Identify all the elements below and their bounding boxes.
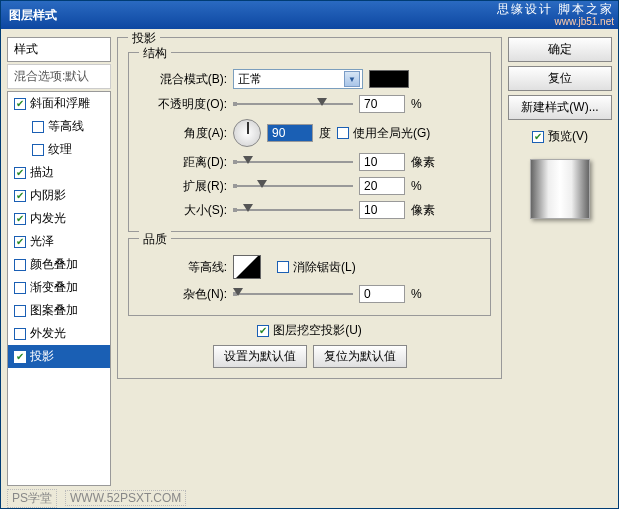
footer-url: WWW.52PSXT.COM xyxy=(65,490,186,506)
spread-label: 扩展(R): xyxy=(137,178,227,195)
sidebar-item[interactable]: 内阴影 xyxy=(8,184,110,207)
angle-row: 角度(A): 90 度 使用全局光(G) xyxy=(137,119,482,147)
checkbox-icon xyxy=(14,259,26,271)
sidebar-item-label: 渐变叠加 xyxy=(30,279,78,296)
size-slider[interactable] xyxy=(233,209,353,211)
new-style-button[interactable]: 新建样式(W)... xyxy=(508,95,612,120)
checkbox-icon xyxy=(14,305,26,317)
structure-group: 结构 混合模式(B): 正常 ▼ 不透明度(O): 70 % xyxy=(128,52,491,232)
sidebar-item-label: 外发光 xyxy=(30,325,66,342)
checkbox-icon xyxy=(14,190,26,202)
footer-brand: PS学堂 xyxy=(7,489,57,508)
sidebar-item[interactable]: 颜色叠加 xyxy=(8,253,110,276)
checkbox-icon xyxy=(532,131,544,143)
global-light-checkbox[interactable]: 使用全局光(G) xyxy=(337,125,430,142)
quality-group: 品质 等高线: 消除锯齿(L) 杂色(N): 0 xyxy=(128,238,491,316)
sidebar-item[interactable]: 内发光 xyxy=(8,207,110,230)
sidebar-item-label: 投影 xyxy=(30,348,54,365)
sidebar-item[interactable]: 斜面和浮雕 xyxy=(8,92,110,115)
sidebar-header[interactable]: 样式 xyxy=(7,37,111,62)
sidebar-item[interactable]: 外发光 xyxy=(8,322,110,345)
set-default-button[interactable]: 设置为默认值 xyxy=(213,345,307,368)
noise-label: 杂色(N): xyxy=(137,286,227,303)
sidebar-item[interactable]: 等高线 xyxy=(8,115,110,138)
preview-thumbnail xyxy=(530,159,590,219)
checkbox-icon xyxy=(14,351,26,363)
sidebar-item[interactable]: 光泽 xyxy=(8,230,110,253)
noise-row: 杂色(N): 0 % xyxy=(137,285,482,303)
sidebar-item-label: 纹理 xyxy=(48,141,72,158)
distance-row: 距离(D): 10 像素 xyxy=(137,153,482,171)
checkbox-icon xyxy=(14,328,26,340)
right-panel: 确定 复位 新建样式(W)... 预览(V) xyxy=(508,37,612,486)
distance-input[interactable]: 10 xyxy=(359,153,405,171)
sidebar-item[interactable]: 渐变叠加 xyxy=(8,276,110,299)
checkbox-icon xyxy=(14,167,26,179)
spread-input[interactable]: 20 xyxy=(359,177,405,195)
sidebar-item-label: 斜面和浮雕 xyxy=(30,95,90,112)
sidebar: 样式 混合选项:默认 斜面和浮雕等高线纹理描边内阴影内发光光泽颜色叠加渐变叠加图… xyxy=(7,37,111,486)
knockout-checkbox[interactable]: 图层挖空投影(U) xyxy=(257,322,362,339)
cancel-button[interactable]: 复位 xyxy=(508,66,612,91)
opacity-label: 不透明度(O): xyxy=(137,96,227,113)
sidebar-item-label: 描边 xyxy=(30,164,54,181)
footer: PS学堂 WWW.52PSXT.COM xyxy=(1,488,618,508)
size-row: 大小(S): 10 像素 xyxy=(137,201,482,219)
opacity-slider[interactable] xyxy=(233,103,353,105)
reset-default-button[interactable]: 复位为默认值 xyxy=(313,345,407,368)
opacity-row: 不透明度(O): 70 % xyxy=(137,95,482,113)
checkbox-icon xyxy=(14,213,26,225)
dialog-window: 图层样式 思缘设计 脚本之家 www.jb51.net 样式 混合选项:默认 斜… xyxy=(0,0,619,509)
sidebar-item-label: 颜色叠加 xyxy=(30,256,78,273)
sidebar-item[interactable]: 描边 xyxy=(8,161,110,184)
checkbox-icon xyxy=(14,98,26,110)
sidebar-item-label: 图案叠加 xyxy=(30,302,78,319)
spread-slider[interactable] xyxy=(233,185,353,187)
checkbox-icon xyxy=(14,236,26,248)
angle-label: 角度(A): xyxy=(137,125,227,142)
structure-title: 结构 xyxy=(139,45,171,62)
noise-input[interactable]: 0 xyxy=(359,285,405,303)
titlebar: 图层样式 思缘设计 脚本之家 www.jb51.net xyxy=(1,1,618,29)
titlebar-brand: 思缘设计 脚本之家 www.jb51.net xyxy=(497,3,614,27)
preview-checkbox[interactable]: 预览(V) xyxy=(508,128,612,145)
angle-dial[interactable] xyxy=(233,119,261,147)
blend-mode-row: 混合模式(B): 正常 ▼ xyxy=(137,69,482,89)
sidebar-item[interactable]: 纹理 xyxy=(8,138,110,161)
ok-button[interactable]: 确定 xyxy=(508,37,612,62)
noise-slider[interactable] xyxy=(233,293,353,295)
sidebar-list: 斜面和浮雕等高线纹理描边内阴影内发光光泽颜色叠加渐变叠加图案叠加外发光投影 xyxy=(7,91,111,486)
sidebar-subheader[interactable]: 混合选项:默认 xyxy=(7,64,111,89)
contour-swatch[interactable] xyxy=(233,255,261,279)
sidebar-item-label: 内发光 xyxy=(30,210,66,227)
content: 样式 混合选项:默认 斜面和浮雕等高线纹理描边内阴影内发光光泽颜色叠加渐变叠加图… xyxy=(1,29,618,488)
checkbox-icon xyxy=(257,325,269,337)
sidebar-item[interactable]: 投影 xyxy=(8,345,110,368)
size-label: 大小(S): xyxy=(137,202,227,219)
main-panel: 投影 结构 混合模式(B): 正常 ▼ 不透明度(O): xyxy=(117,37,502,486)
opacity-input[interactable]: 70 xyxy=(359,95,405,113)
checkbox-icon xyxy=(32,144,44,156)
knockout-row: 图层挖空投影(U) xyxy=(128,322,491,339)
distance-slider[interactable] xyxy=(233,161,353,163)
spread-row: 扩展(R): 20 % xyxy=(137,177,482,195)
quality-title: 品质 xyxy=(139,231,171,248)
blend-mode-label: 混合模式(B): xyxy=(137,71,227,88)
checkbox-icon xyxy=(337,127,349,139)
checkbox-icon xyxy=(14,282,26,294)
size-input[interactable]: 10 xyxy=(359,201,405,219)
distance-label: 距离(D): xyxy=(137,154,227,171)
sidebar-item-label: 光泽 xyxy=(30,233,54,250)
chevron-down-icon: ▼ xyxy=(344,71,360,87)
default-buttons: 设置为默认值 复位为默认值 xyxy=(128,345,491,368)
antialias-checkbox[interactable]: 消除锯齿(L) xyxy=(277,259,356,276)
contour-row: 等高线: 消除锯齿(L) xyxy=(137,255,482,279)
checkbox-icon xyxy=(277,261,289,273)
sidebar-item[interactable]: 图案叠加 xyxy=(8,299,110,322)
angle-input[interactable]: 90 xyxy=(267,124,313,142)
shadow-color-swatch[interactable] xyxy=(369,70,409,88)
sidebar-item-label: 内阴影 xyxy=(30,187,66,204)
blend-mode-select[interactable]: 正常 ▼ xyxy=(233,69,363,89)
checkbox-icon xyxy=(32,121,44,133)
window-title: 图层样式 xyxy=(5,7,57,24)
